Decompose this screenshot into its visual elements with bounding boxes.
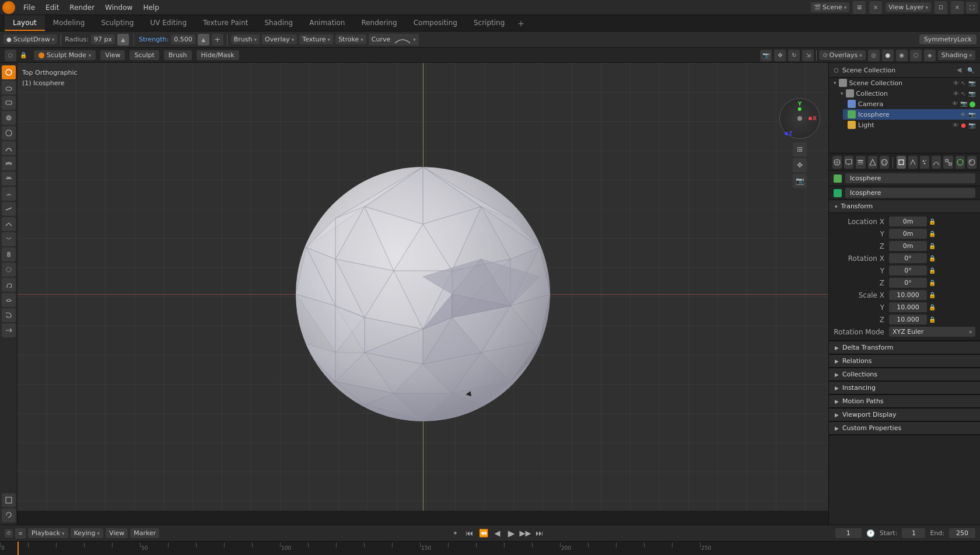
scale-gizmo-btn[interactable]: ⇲	[802, 50, 814, 61]
sculpt-menu[interactable]: Sculpt	[130, 50, 159, 60]
menu-file[interactable]: File	[19, 2, 40, 13]
gizmo-zoom-btn[interactable]: ⊞	[793, 142, 807, 156]
tab-uv-editing[interactable]: UV Editing	[142, 15, 195, 31]
gizmo-pan-btn[interactable]: ✥	[793, 158, 807, 172]
tool-inflate[interactable]	[2, 111, 16, 125]
view-layer-add-btn[interactable]: 🗌	[935, 1, 947, 14]
menu-edit[interactable]: Edit	[41, 2, 64, 13]
render-mode-solid-btn[interactable]: ●	[882, 50, 894, 61]
tab-sculpting[interactable]: Sculpting	[93, 15, 142, 31]
props-modifier-icon[interactable]	[908, 156, 918, 169]
render-mode-rendered-btn[interactable]: ⬡	[910, 50, 922, 61]
tool-thumb[interactable]	[2, 293, 16, 307]
gizmo-camera-btn[interactable]: 📷	[793, 174, 807, 188]
props-output-icon[interactable]	[844, 156, 853, 169]
menu-render[interactable]: Render	[65, 2, 99, 13]
shading-btn[interactable]: Shading ▾	[938, 50, 975, 60]
keying-menu-btn[interactable]: Keying ▾	[71, 528, 103, 538]
outliner-light[interactable]: Light 👁 ● 📷	[843, 120, 980, 130]
eye-icon-ico[interactable]: 👁	[960, 111, 966, 118]
direction-toggle[interactable]: +	[212, 34, 223, 46]
tool-sculpt-draw[interactable]	[2, 65, 16, 79]
stroke-selector[interactable]: Stroke ▾	[335, 34, 366, 44]
tab-compositing[interactable]: Compositing	[405, 15, 466, 31]
move-gizmo-btn[interactable]: ✥	[774, 50, 786, 61]
play-btn[interactable]: ▶	[506, 528, 517, 539]
relations-header[interactable]: ▶ Relations	[829, 355, 980, 368]
texture-selector[interactable]: Texture ▾	[299, 34, 333, 44]
render-icon-light[interactable]: 📷	[968, 122, 975, 128]
viewport[interactable]: Top Orthographic (1) Icosphere	[18, 63, 828, 525]
render-settings-btn[interactable]: ×	[869, 1, 882, 14]
props-particles-icon[interactable]	[920, 156, 929, 169]
brush-menu[interactable]: Brush	[164, 50, 192, 60]
jump-end-btn[interactable]: ⏭	[534, 528, 545, 539]
view-gizmo[interactable]: Y X Z	[779, 98, 820, 139]
tool-clay-strips[interactable]	[2, 96, 16, 110]
delta-transform-header[interactable]: ▶ Delta Transform	[829, 341, 980, 354]
tab-animation[interactable]: Animation	[301, 15, 353, 31]
view-menu-btn[interactable]: View	[106, 528, 128, 538]
header-lock-btn[interactable]: 🔒	[18, 50, 29, 61]
render-mode-full-btn[interactable]: ◈	[924, 50, 936, 61]
outliner-camera[interactable]: Camera 👁 📷	[843, 99, 980, 109]
tool-blob[interactable]	[2, 126, 16, 140]
tab-modeling[interactable]: Modeling	[45, 15, 93, 31]
next-key-btn[interactable]: ▶▶	[520, 528, 531, 539]
select-icon-coll[interactable]: ↖	[961, 90, 966, 97]
rotation-x-field[interactable]: 0°	[889, 253, 927, 263]
radius-pressure-btn[interactable]: ▲	[117, 34, 129, 46]
custom-properties-header[interactable]: ▶ Custom Properties	[829, 422, 980, 435]
brush-selector[interactable]: Brush ▾	[231, 34, 260, 44]
timeline-settings-btn[interactable]: ≡	[15, 528, 26, 539]
prev-frame-btn[interactable]: ⏪	[478, 528, 489, 539]
tool-rotate[interactable]	[2, 308, 16, 322]
scene-selector[interactable]: 🎬 Scene ▾	[811, 2, 849, 12]
strength-field[interactable]: 0.500	[171, 34, 195, 44]
transform-header[interactable]: ▾ Transform	[829, 200, 980, 213]
select-icon-scene[interactable]: ↖	[961, 80, 966, 86]
start-frame-field[interactable]: 1	[902, 528, 925, 538]
tool-snake-hook[interactable]	[2, 278, 16, 292]
xray-btn[interactable]: ◎	[868, 50, 880, 61]
tool-grab[interactable]	[2, 247, 16, 261]
current-frame-field[interactable]: 1	[835, 528, 862, 538]
jump-start-btn[interactable]: ⏮	[464, 528, 475, 539]
rotate-gizmo-btn[interactable]: ↻	[788, 50, 800, 61]
render-icon-cam[interactable]: 📷	[960, 100, 967, 107]
render-engine-btn[interactable]: 🖥	[853, 1, 866, 14]
outliner-filter-btn[interactable]: ⫷	[955, 65, 964, 75]
curve-selector[interactable]: Curve ▾	[369, 34, 419, 46]
rotation-y-field[interactable]: 0°	[889, 266, 927, 275]
props-scene-icon[interactable]	[868, 156, 877, 169]
props-view-layer-icon[interactable]	[856, 156, 865, 169]
tool-scrape[interactable]	[2, 202, 16, 216]
location-x-field[interactable]: 0m	[889, 217, 927, 226]
viewport-display-header[interactable]: ▶ Viewport Display	[829, 409, 980, 421]
tool-elastic-deform[interactable]	[2, 263, 16, 277]
tab-layout[interactable]: Layout	[5, 15, 45, 31]
instancing-header[interactable]: ▶ Instancing	[829, 382, 980, 395]
render-icon-coll[interactable]: 📷	[968, 90, 975, 97]
playback-menu-btn[interactable]: Playback ▾	[28, 528, 68, 538]
tab-shading[interactable]: Shading	[256, 15, 301, 31]
scale-y-field[interactable]: 10.000	[889, 302, 927, 312]
tool-box-mask[interactable]	[2, 493, 16, 507]
tool-lasso[interactable]	[2, 508, 16, 522]
render-icon-scene[interactable]: 📷	[968, 80, 975, 86]
tool-clay[interactable]	[2, 81, 16, 95]
props-data-icon[interactable]	[956, 156, 965, 169]
props-object-icon[interactable]	[897, 156, 906, 169]
tool-flatten[interactable]	[2, 172, 16, 186]
collections-header[interactable]: ▶ Collections	[829, 368, 980, 381]
props-physics-icon[interactable]	[932, 156, 941, 169]
location-y-field[interactable]: 0m	[889, 229, 927, 239]
render-icon-ico[interactable]: 📷	[968, 111, 975, 118]
rotation-z-field[interactable]: 0°	[889, 278, 927, 288]
view-layer-remove-btn[interactable]: ×	[951, 1, 964, 14]
camera-view-btn[interactable]: 📷	[760, 50, 772, 61]
tab-scripting[interactable]: Scripting	[466, 15, 513, 31]
add-workspace-btn[interactable]: +	[517, 15, 524, 31]
mode-selector[interactable]: ● SculptDraw ▾	[4, 34, 57, 44]
tool-smooth[interactable]	[2, 156, 16, 170]
